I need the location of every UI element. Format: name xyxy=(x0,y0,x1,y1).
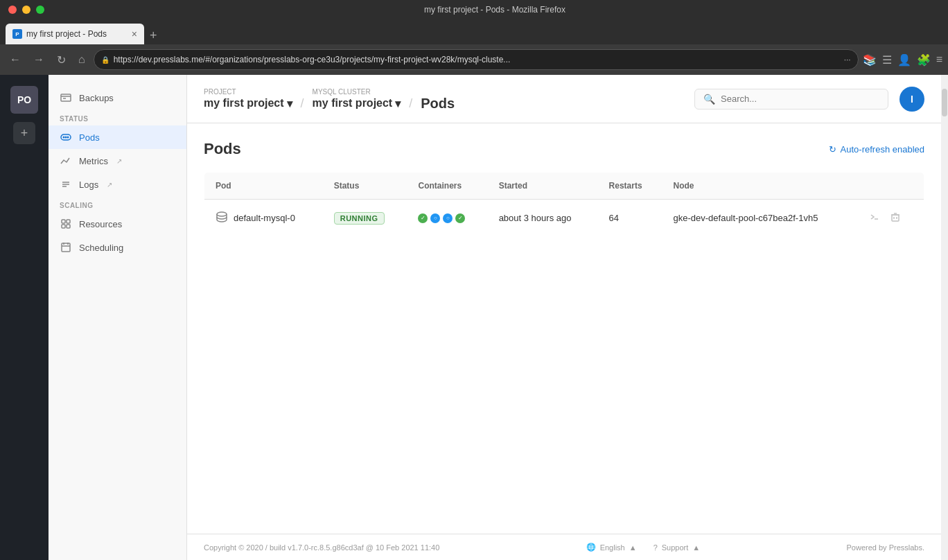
nav-label-logs: Logs xyxy=(79,180,98,190)
svg-rect-0 xyxy=(61,94,71,101)
support-link[interactable]: Support xyxy=(662,543,689,552)
status-badge: RUNNING xyxy=(334,212,385,225)
nav-item-scheduling[interactable]: Scheduling xyxy=(49,236,186,259)
auto-refresh-label: Auto-refresh enabled xyxy=(841,144,924,155)
app-header: PROJECT my first project ▾ / MYSQL CLUST… xyxy=(187,75,941,123)
app-container: PO + Backups STATUS xyxy=(0,75,948,560)
header-search: 🔍 I xyxy=(694,87,924,112)
new-tab-button[interactable]: + xyxy=(146,28,161,43)
forward-button[interactable]: → xyxy=(29,51,49,69)
col-containers: Containers xyxy=(407,173,487,200)
pods-table: Pod Status Containers Started Restarts N… xyxy=(204,172,924,237)
svg-point-18 xyxy=(217,212,227,216)
breadcrumb-sep-1: / xyxy=(301,87,304,111)
col-actions xyxy=(856,173,924,200)
bookmarks-icon[interactable]: 📚 xyxy=(863,53,877,67)
pods-icon xyxy=(60,131,72,143)
nav-item-metrics[interactable]: Metrics ↗ xyxy=(49,149,186,173)
col-pod: Pod xyxy=(204,173,323,200)
tab-title: my first project - Pods xyxy=(26,29,128,39)
breadcrumb-cluster: MYSQL CLUSTER my first project ▾ xyxy=(313,88,401,110)
content-title: Pods xyxy=(204,140,241,158)
mysql-cluster-label: MYSQL CLUSTER xyxy=(313,88,401,96)
resources-icon xyxy=(60,218,72,230)
row-actions xyxy=(867,209,913,227)
browser-title: my first project - Pods - Mozilla Firefo… xyxy=(424,5,565,15)
scrollbar[interactable] xyxy=(941,75,948,560)
add-button[interactable]: + xyxy=(13,122,35,144)
nav-item-pods[interactable]: Pods xyxy=(49,125,186,149)
pod-status-cell: RUNNING xyxy=(323,200,407,237)
home-button[interactable]: ⌂ xyxy=(74,51,89,69)
logs-icon xyxy=(60,178,72,191)
delete-button[interactable] xyxy=(888,209,903,227)
nav-item-logs[interactable]: Logs ↗ xyxy=(49,173,186,196)
pod-db-icon xyxy=(216,211,228,225)
breadcrumb-project: PROJECT my first project ▾ xyxy=(204,88,292,110)
svg-rect-20 xyxy=(892,215,899,221)
col-node: Node xyxy=(662,173,857,200)
svg-rect-12 xyxy=(62,225,65,228)
traffic-light-maximize[interactable] xyxy=(36,6,44,14)
search-input[interactable] xyxy=(721,94,879,104)
project-dropdown-icon[interactable]: ▾ xyxy=(287,97,292,110)
address-bar[interactable]: 🔒 https://dev.presslabs.me/#/organizatio… xyxy=(94,49,859,70)
traffic-light-close[interactable] xyxy=(8,6,17,14)
nav-item-resources[interactable]: Resources xyxy=(49,212,186,236)
extensions-icon[interactable]: 🧩 xyxy=(917,53,931,67)
help-icon: ? xyxy=(653,543,658,552)
language-label: English xyxy=(600,543,625,552)
breadcrumb-sep-2: / xyxy=(409,87,412,111)
table-row[interactable]: default-mysql-0 RUNNING ✓ ○ ○ xyxy=(204,200,924,237)
logs-external-icon: ↗ xyxy=(107,181,112,189)
tab-close-button[interactable]: × xyxy=(132,28,137,40)
nav-label-pods: Pods xyxy=(79,132,100,143)
nav-label-resources: Resources xyxy=(79,219,122,229)
reader-mode-icon[interactable]: ☰ xyxy=(882,53,892,67)
container-dot-3: ○ xyxy=(443,213,453,223)
nav-label-scheduling: Scheduling xyxy=(79,243,123,253)
col-restarts: Restarts xyxy=(598,173,662,200)
traffic-light-minimize[interactable] xyxy=(22,6,30,14)
terminal-button[interactable] xyxy=(867,209,882,227)
svg-point-5 xyxy=(65,137,67,139)
project-name[interactable]: my first project ▾ xyxy=(204,97,292,110)
container-dot-2: ○ xyxy=(430,213,440,223)
nav-label-metrics: Metrics xyxy=(79,156,108,166)
nav-label-backups: Backups xyxy=(79,93,114,103)
svg-rect-14 xyxy=(62,243,70,252)
footer-powered-by: Powered by Presslabs. xyxy=(847,543,925,552)
search-box[interactable]: 🔍 xyxy=(694,89,888,110)
table-header: Pod Status Containers Started Restarts N… xyxy=(204,173,924,200)
svg-rect-13 xyxy=(67,225,70,228)
cluster-name[interactable]: my first project ▾ xyxy=(313,97,401,110)
support-chevron[interactable]: ▲ xyxy=(692,543,700,552)
titlebar: my first project - Pods - Mozilla Firefo… xyxy=(0,0,948,19)
svg-point-4 xyxy=(63,137,65,139)
menu-icon[interactable]: ≡ xyxy=(936,53,942,66)
search-icon: 🔍 xyxy=(703,94,715,105)
reload-button[interactable]: ↻ xyxy=(53,51,70,69)
user-avatar[interactable]: I xyxy=(899,87,924,112)
browser-tab[interactable]: P my first project - Pods × xyxy=(6,24,144,44)
content-header: Pods ↻ Auto-refresh enabled xyxy=(204,140,924,158)
backups-icon xyxy=(60,91,72,104)
page-title: Pods xyxy=(421,86,455,112)
lock-icon: 🔒 xyxy=(101,56,109,64)
nav-item-backups[interactable]: Backups xyxy=(49,86,186,110)
back-button[interactable]: ← xyxy=(6,51,25,69)
pod-node-cell: gke-dev-default-pool-c67bea2f-1vh5 xyxy=(662,200,857,237)
content-area: Pods ↻ Auto-refresh enabled Pod Status C… xyxy=(187,123,941,534)
cluster-dropdown-icon[interactable]: ▾ xyxy=(395,97,401,110)
more-options-icon[interactable]: ··· xyxy=(844,55,851,64)
footer: Copyright © 2020 / build v1.7.0-rc.8.5.g… xyxy=(187,534,941,560)
org-avatar[interactable]: PO xyxy=(10,86,38,114)
col-status: Status xyxy=(323,173,407,200)
profile-icon[interactable]: 👤 xyxy=(897,53,911,67)
container-dot-1: ✓ xyxy=(418,213,428,223)
scroll-thumb[interactable] xyxy=(942,89,947,116)
language-chevron[interactable]: ▲ xyxy=(629,543,637,552)
metrics-icon xyxy=(60,155,72,167)
svg-rect-11 xyxy=(67,220,70,223)
footer-copyright: Copyright © 2020 / build v1.7.0-rc.8.5.g… xyxy=(204,543,439,552)
